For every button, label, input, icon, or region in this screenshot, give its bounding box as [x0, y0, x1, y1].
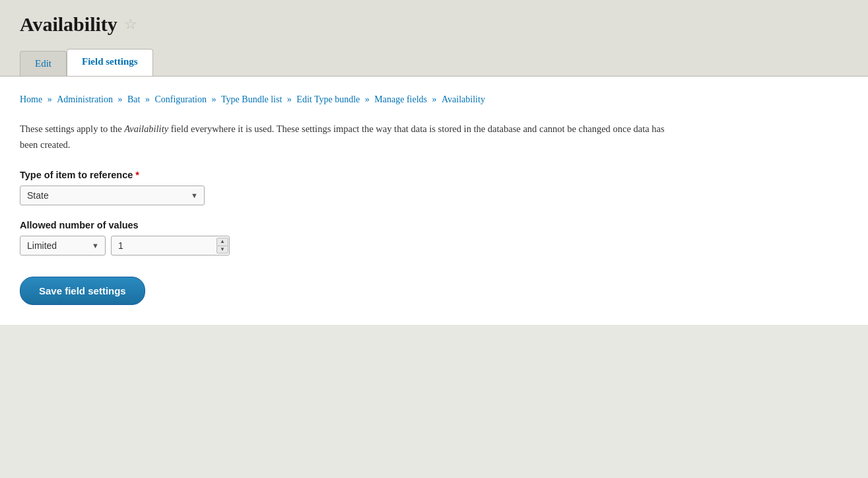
breadcrumb-sep-4: » [212, 94, 219, 104]
type-of-item-label: Type of item to reference* [20, 170, 848, 180]
required-indicator: * [135, 170, 139, 180]
breadcrumb-sep-5: » [287, 94, 294, 104]
description-text: These settings apply to the Availability… [20, 121, 680, 152]
allowed-values-label: Allowed number of values [20, 220, 848, 230]
tab-field-settings[interactable]: Field settings [67, 49, 153, 76]
breadcrumb-bat[interactable]: Bat [127, 94, 140, 104]
allowed-values-row: Limited Unlimited ▼ ▲ ▼ [20, 236, 848, 256]
description-field-name: Availability [124, 123, 168, 134]
breadcrumb-edit-type-bundle[interactable]: Edit Type bundle [296, 94, 360, 104]
breadcrumb-sep-2: » [118, 94, 125, 104]
description-before: These settings apply to the [20, 123, 124, 134]
favorite-star-icon[interactable]: ☆ [124, 16, 137, 33]
spinner-buttons: ▲ ▼ [217, 238, 228, 254]
tabs-container: Edit Field settings [20, 49, 848, 76]
type-of-item-select-wrapper: State Unit Event ▼ [20, 186, 205, 205]
spinner-down-button[interactable]: ▼ [217, 246, 228, 254]
breadcrumb-sep-1: » [48, 94, 55, 104]
breadcrumb-home[interactable]: Home [20, 94, 42, 104]
breadcrumb-manage-fields[interactable]: Manage fields [374, 94, 427, 104]
save-field-settings-button[interactable]: Save field settings [20, 277, 145, 305]
breadcrumb: Home » Administration » Bat » Configurat… [20, 92, 848, 107]
breadcrumb-sep-7: » [432, 94, 440, 104]
allowed-values-number-input[interactable] [111, 236, 230, 256]
breadcrumb-sep-6: » [365, 94, 372, 104]
allowed-values-group: Allowed number of values Limited Unlimit… [20, 220, 848, 256]
breadcrumb-administration[interactable]: Administration [57, 94, 113, 104]
page-title: Availability [20, 13, 117, 36]
type-of-item-select[interactable]: State Unit Event [20, 186, 205, 205]
spinner-up-button[interactable]: ▲ [217, 238, 228, 246]
breadcrumb-sep-3: » [145, 94, 152, 104]
breadcrumb-type-bundle-list[interactable]: Type Bundle list [221, 94, 282, 104]
breadcrumb-availability[interactable]: Availability [442, 94, 485, 104]
allowed-values-select[interactable]: Limited Unlimited [20, 236, 106, 256]
allowed-values-select-wrapper: Limited Unlimited ▼ [20, 236, 106, 256]
number-input-wrapper: ▲ ▼ [111, 236, 230, 256]
breadcrumb-configuration[interactable]: Configuration [154, 94, 207, 104]
tab-edit[interactable]: Edit [20, 51, 67, 76]
type-of-item-group: Type of item to reference* State Unit Ev… [20, 170, 848, 205]
